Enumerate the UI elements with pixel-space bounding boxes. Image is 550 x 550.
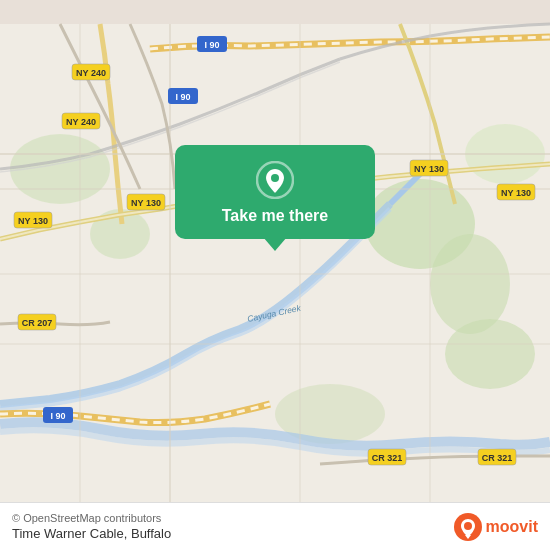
bottom-bar: © OpenStreetMap contributors Time Warner… [0, 502, 550, 550]
svg-point-44 [464, 522, 472, 530]
svg-point-4 [445, 319, 535, 389]
map-attribution: © OpenStreetMap contributors [12, 512, 171, 524]
cta-card[interactable]: Take me there [175, 145, 375, 239]
location-label: Time Warner Cable, Buffalo [12, 526, 171, 541]
svg-text:NY 130: NY 130 [414, 164, 444, 174]
svg-text:I 90: I 90 [50, 411, 65, 421]
map-container: I 90 NY 240 NY 240 I 90 NY 130 NY 130 NY… [0, 0, 550, 550]
svg-text:CR 321: CR 321 [482, 453, 513, 463]
svg-text:I 90: I 90 [204, 40, 219, 50]
moovit-logo: moovit [454, 513, 538, 541]
svg-text:CR 207: CR 207 [22, 318, 53, 328]
moovit-text-label: moovit [486, 518, 538, 536]
svg-text:NY 130: NY 130 [131, 198, 161, 208]
svg-text:I 90: I 90 [175, 92, 190, 102]
svg-text:NY 130: NY 130 [501, 188, 531, 198]
svg-text:NY 240: NY 240 [66, 117, 96, 127]
cta-button-label: Take me there [222, 207, 328, 225]
svg-text:NY 240: NY 240 [76, 68, 106, 78]
svg-point-42 [271, 174, 279, 182]
moovit-icon [454, 513, 482, 541]
svg-text:NY 130: NY 130 [18, 216, 48, 226]
location-pin-icon [256, 161, 294, 199]
svg-point-2 [430, 234, 510, 334]
svg-text:CR 321: CR 321 [372, 453, 403, 463]
